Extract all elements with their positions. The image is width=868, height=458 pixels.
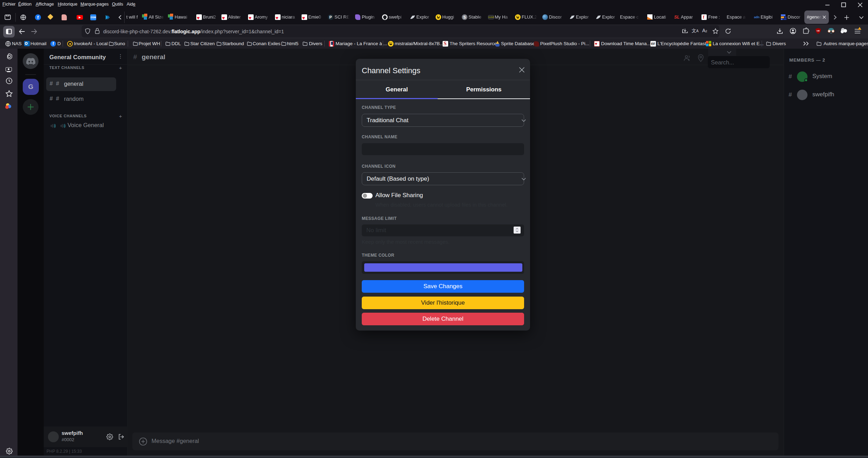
svg-text:UD: UD xyxy=(817,30,820,32)
